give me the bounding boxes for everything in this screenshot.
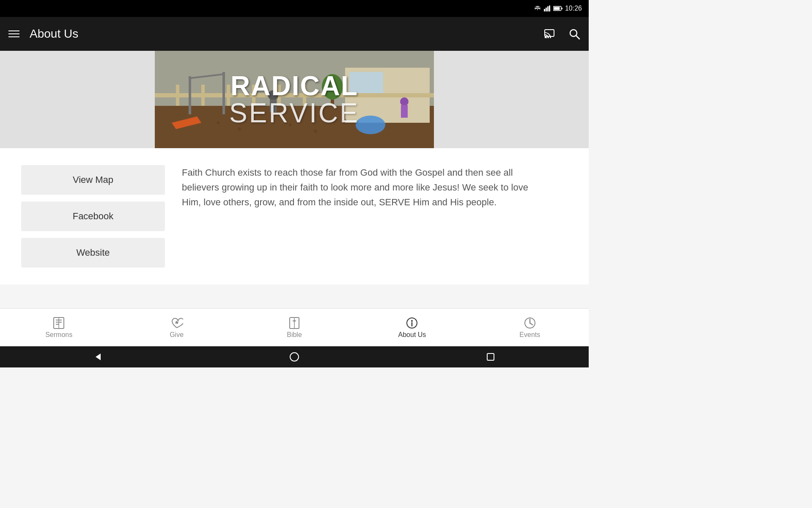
about-us-icon <box>406 317 418 329</box>
back-icon <box>93 352 103 362</box>
android-navigation-bar <box>0 346 589 367</box>
status-icons: 10:26 <box>534 5 582 12</box>
hero-image-container: RADICAL SERVICE <box>0 51 589 148</box>
hamburger-menu-icon[interactable] <box>8 30 19 37</box>
hero-title-radical: RADICAL <box>230 72 358 99</box>
nav-item-about-us[interactable]: About Us <box>353 313 471 342</box>
svg-rect-6 <box>562 8 562 9</box>
nav-item-events[interactable]: Events <box>471 313 589 342</box>
view-map-button[interactable]: View Map <box>21 165 165 195</box>
bible-label: Bible <box>287 331 302 339</box>
svg-rect-5 <box>554 7 560 10</box>
svg-point-52 <box>290 353 299 361</box>
android-recents-button[interactable] <box>482 348 499 365</box>
svg-point-46 <box>411 320 413 322</box>
app-bar-right <box>544 28 580 40</box>
app-bar: About Us <box>0 17 589 51</box>
svg-rect-2 <box>547 6 549 11</box>
website-button[interactable]: Website <box>21 238 165 268</box>
signal-icon <box>544 6 551 11</box>
hero-text-overlay: RADICAL SERVICE <box>155 51 434 148</box>
svg-rect-0 <box>544 9 545 11</box>
sermons-label: Sermons <box>45 331 72 339</box>
wifi-icon <box>534 6 541 11</box>
home-icon <box>289 352 299 362</box>
facebook-button[interactable]: Facebook <box>21 202 165 231</box>
svg-line-9 <box>576 36 579 39</box>
events-icon <box>524 317 536 329</box>
nav-item-sermons[interactable]: Sermons <box>0 313 118 342</box>
svg-line-50 <box>530 323 532 325</box>
svg-rect-53 <box>487 353 494 360</box>
give-label: Give <box>170 331 184 339</box>
status-time: 10:26 <box>565 5 582 12</box>
svg-rect-3 <box>549 6 550 11</box>
nav-item-bible[interactable]: Bible <box>236 313 353 342</box>
hero-title-service: SERVICE <box>229 99 359 127</box>
search-icon[interactable] <box>568 28 580 40</box>
status-bar: 10:26 <box>0 0 589 17</box>
church-description: Faith Church exists to reach those far f… <box>182 165 529 210</box>
cast-icon[interactable] <box>544 28 557 40</box>
give-icon <box>170 317 183 329</box>
events-label: Events <box>519 331 540 339</box>
app-title: About Us <box>30 27 78 41</box>
recents-icon <box>486 352 496 362</box>
android-home-button[interactable] <box>286 348 303 365</box>
nav-item-give[interactable]: Give <box>118 313 235 342</box>
android-back-button[interactable] <box>90 348 107 365</box>
svg-rect-1 <box>546 8 547 11</box>
main-content: View Map Facebook Website Faith Church e… <box>0 148 589 284</box>
description-column: Faith Church exists to reach those far f… <box>182 165 568 268</box>
bottom-navigation: Sermons Give Bible About Us <box>0 308 589 346</box>
action-buttons-column: View Map Facebook Website <box>21 165 165 268</box>
about-us-label: About Us <box>398 331 426 339</box>
svg-marker-51 <box>96 353 101 360</box>
battery-icon <box>553 6 562 11</box>
sermons-icon <box>52 317 65 329</box>
app-bar-left: About Us <box>8 27 78 41</box>
bible-icon <box>288 317 301 329</box>
